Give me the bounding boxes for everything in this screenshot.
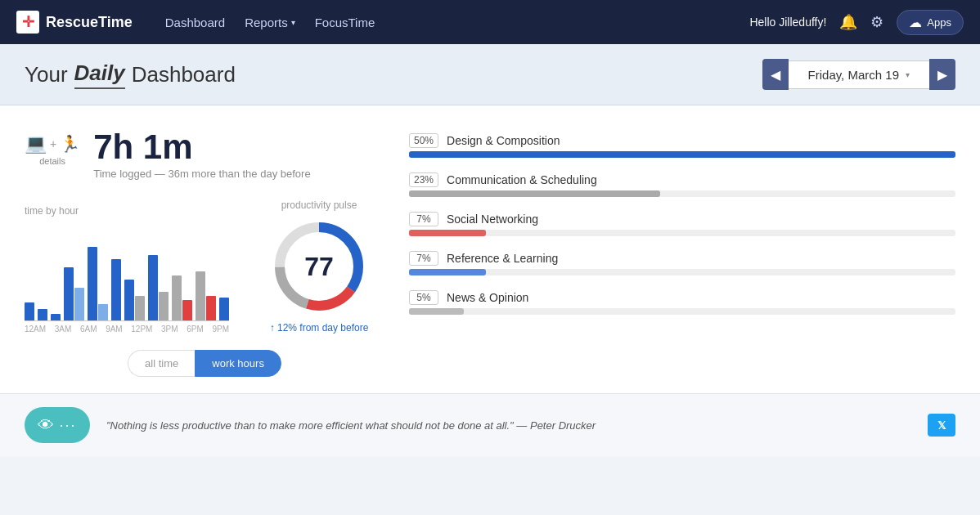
productivity-label: productivity pulse: [245, 199, 393, 211]
twitter-icon: 𝕏: [937, 419, 946, 432]
bar: [124, 280, 134, 320]
category-pct-ref: 7%: [409, 251, 438, 266]
label-9am: 9AM: [106, 325, 123, 334]
bar-labels: 12AM 3AM 6AM 9AM 12PM 3PM 6PM 9PM: [25, 321, 229, 334]
category-pct-design: 50%: [409, 133, 438, 148]
bar-group-4pm: [219, 298, 229, 320]
label-9pm: 9PM: [212, 325, 229, 334]
pulse-change-text: ↑ 12% from day before: [270, 322, 369, 334]
bar-group-10am: [88, 247, 108, 320]
label-12am: 12AM: [25, 325, 46, 334]
loading-dots-icon: ···: [59, 417, 76, 434]
category-reference: 7% Reference & Learning: [409, 251, 955, 275]
title-suffix: Dashboard: [132, 62, 236, 87]
category-bar-fill-comm: [409, 190, 660, 197]
current-date: Friday, March 19: [808, 68, 899, 82]
date-dropdown-icon: ▾: [906, 70, 910, 79]
bar-group-2am: [51, 314, 61, 320]
time-by-hour-chart: time by hour: [25, 205, 229, 334]
greeting-text: Hello Jilleduffy!: [749, 16, 826, 29]
category-social: 7% Social Networking: [409, 212, 955, 236]
quote-icon-block: 👁 ···: [25, 407, 90, 443]
category-name-design: Design & Composition: [447, 134, 560, 147]
pulse-change: ↑ 12% from day before: [245, 322, 393, 334]
category-communication: 23% Communication & Scheduling: [409, 172, 955, 197]
title-prefix: Your: [25, 62, 68, 87]
nav-links: Dashboard Reports ▾ FocusTime: [165, 16, 375, 29]
twitter-share-button[interactable]: 𝕏: [928, 414, 955, 437]
bar: [182, 300, 192, 320]
label-3pm: 3PM: [161, 325, 178, 334]
time-subtitle: Time logged — 36m more than the day befo…: [93, 168, 310, 180]
bar: [64, 267, 74, 320]
settings-wrench-icon[interactable]: ⚙: [870, 13, 883, 31]
total-time: 7h 1m: [93, 130, 310, 164]
category-name-comm: Communication & Scheduling: [447, 173, 597, 186]
bar: [172, 275, 182, 320]
all-time-toggle[interactable]: all time: [128, 350, 195, 377]
bar-group-12pm: [124, 280, 145, 320]
device-icons: 💻 + 🏃: [25, 133, 80, 154]
brand-logo[interactable]: ✛ RescueTime: [16, 11, 133, 34]
navbar: ✛ RescueTime Dashboard Reports ▾ FocusTi…: [0, 0, 980, 44]
label-6am: 6AM: [80, 325, 97, 334]
category-bar-fill-ref: [409, 269, 486, 275]
category-bar-bg-ref: [409, 269, 955, 275]
bar: [88, 247, 97, 320]
page-title: Your Daily Dashboard: [25, 60, 236, 89]
quote-text: "Nothing is less productive than to make…: [106, 419, 911, 432]
category-news: 5% News & Opinion: [409, 290, 955, 315]
laptop-icon: 💻: [25, 133, 47, 154]
bar-group-1am: [38, 309, 47, 320]
label-12pm: 12PM: [131, 325, 152, 334]
category-bar-fill-social: [409, 230, 486, 236]
bar: [148, 255, 158, 320]
eye-icon: 👁: [38, 416, 54, 435]
nav-reports[interactable]: Reports ▾: [245, 16, 295, 29]
nav-dashboard[interactable]: Dashboard: [165, 16, 225, 29]
work-hours-toggle[interactable]: work hours: [195, 350, 281, 377]
notification-bell-icon[interactable]: 🔔: [839, 13, 857, 31]
plus-icon: +: [50, 137, 56, 150]
bar: [25, 302, 34, 320]
cloud-icon: ☁: [909, 15, 922, 30]
category-pct-social: 7%: [409, 212, 438, 226]
right-panel: 50% Design & Composition 23% Communicati…: [409, 130, 955, 377]
brand-name: RescueTime: [46, 14, 133, 31]
next-date-button[interactable]: ▶: [929, 59, 955, 90]
label-6pm: 6PM: [187, 325, 204, 334]
bar-group-3pm: [196, 271, 216, 320]
productivity-pulse: productivity pulse 77 ↑ 12%: [245, 199, 393, 334]
logo-icon: ✛: [16, 11, 39, 34]
date-display: Friday, March 19 ▾: [789, 60, 929, 89]
device-icons-group: 💻 + 🏃 details: [25, 130, 80, 166]
nav-focustime[interactable]: FocusTime: [315, 16, 375, 29]
bar-group-1pm: [148, 255, 169, 320]
bar: [196, 271, 205, 320]
apps-button[interactable]: ☁ Apps: [897, 10, 964, 35]
category-bar-bg-social: [409, 230, 955, 236]
label-3am: 3AM: [55, 325, 72, 334]
bar: [98, 304, 108, 320]
title-accent: Daily: [74, 60, 125, 89]
category-bar-fill-design: [409, 151, 955, 158]
nav-right: Hello Jilleduffy! 🔔 ⚙ ☁ Apps: [749, 10, 964, 35]
person-icon: 🏃: [60, 134, 80, 154]
bar: [38, 309, 47, 320]
bar-group-9am: [64, 267, 84, 320]
charts-row: time by hour: [25, 199, 384, 334]
reports-dropdown-icon: ▾: [291, 18, 295, 27]
prev-date-button[interactable]: ◀: [762, 59, 789, 90]
details-link[interactable]: details: [25, 156, 80, 166]
time-toggles: all time work hours: [25, 350, 384, 377]
main-content: 💻 + 🏃 details 7h 1m Time logged — 36m mo…: [0, 105, 980, 393]
donut-score: 77: [304, 252, 334, 282]
category-design: 50% Design & Composition: [409, 133, 955, 158]
bar-group-12am: [25, 302, 34, 320]
category-bar-bg-comm: [409, 190, 955, 197]
bar: [111, 259, 121, 320]
quote-bar: 👁 ··· "Nothing is less productive than t…: [0, 393, 980, 456]
category-bar-bg-news: [409, 308, 955, 315]
bar-chart: [25, 223, 229, 321]
bar: [74, 288, 84, 320]
